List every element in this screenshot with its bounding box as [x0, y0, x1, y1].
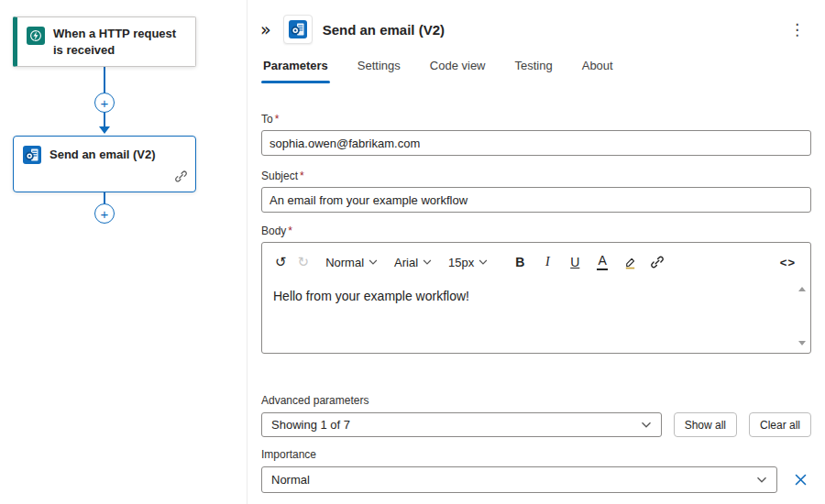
outlook-icon	[23, 146, 41, 164]
required-mark: *	[288, 225, 292, 237]
advanced-parameters-row: Showing 1 of 7 Show all Clear all	[261, 412, 811, 437]
action-title: Send an email (V2)	[50, 147, 156, 163]
font-color-icon: A	[597, 254, 608, 270]
label-text: Body	[261, 225, 286, 237]
outlook-icon	[289, 20, 307, 38]
label-text: Advanced parameters	[261, 394, 368, 407]
collapse-panel-icon[interactable]: »	[258, 19, 273, 40]
plus-icon: +	[101, 96, 109, 110]
importance-dropdown[interactable]: Normal	[261, 466, 777, 493]
paragraph-style-dropdown[interactable]: Normal	[320, 252, 383, 273]
underline-icon: U	[570, 255, 579, 269]
chevron-down-icon	[756, 477, 767, 483]
tab-parameters[interactable]: Parameters	[261, 53, 330, 83]
tab-label: Code view	[430, 59, 486, 72]
workflow-canvas[interactable]: When a HTTP request is received +	[0, 0, 248, 504]
body-editor-area[interactable]: Hello from your example workflow!	[262, 279, 810, 353]
action-card-send-email[interactable]: Send an email (V2)	[13, 136, 196, 192]
tab-label: Parameters	[263, 59, 328, 72]
highlight-button[interactable]	[616, 252, 644, 273]
subject-input[interactable]	[261, 187, 811, 213]
tab-settings[interactable]: Settings	[356, 53, 402, 83]
connection-link-icon	[174, 170, 188, 187]
italic-icon: I	[545, 255, 550, 269]
button-label: Show all	[685, 419, 726, 432]
button-label: Clear all	[760, 419, 800, 432]
rich-text-editor: ↺ ↻ Normal Arial 15px B I	[261, 242, 811, 354]
link-icon	[650, 255, 665, 269]
add-step-button[interactable]: +	[94, 203, 115, 224]
panel-header: » Send an email (V2) ⋮	[248, 0, 825, 49]
remove-importance-button[interactable]	[789, 469, 811, 491]
required-mark: *	[275, 113, 280, 126]
add-step-button[interactable]: +	[94, 93, 115, 113]
clear-all-button[interactable]: Clear all	[749, 412, 811, 437]
highlight-icon	[623, 256, 637, 269]
label-text: Importance	[261, 448, 316, 461]
tab-about[interactable]: About	[580, 53, 615, 83]
advanced-parameters-dropdown[interactable]: Showing 1 of 7	[261, 412, 662, 437]
tab-label: About	[582, 59, 613, 72]
bold-button[interactable]: B	[506, 251, 534, 273]
trigger-title: When a HTTP request is received	[53, 26, 186, 58]
redo-icon: ↻	[298, 256, 310, 269]
tab-testing[interactable]: Testing	[513, 53, 555, 83]
dropdown-value: Normal	[271, 473, 310, 487]
dropdown-value: Showing 1 of 7	[271, 418, 350, 432]
italic-button[interactable]: I	[534, 251, 561, 273]
body-label: Body*	[261, 225, 811, 237]
more-options-icon[interactable]: ⋮	[782, 20, 812, 38]
style-value: Normal	[325, 256, 364, 269]
body-text: Hello from your example workflow!	[273, 289, 469, 303]
panel-tabs: Parameters Settings Code view Testing Ab…	[248, 49, 825, 83]
undo-icon: ↺	[275, 256, 287, 269]
redo-button[interactable]: ↻	[292, 252, 315, 273]
subject-label: Subject*	[261, 170, 811, 182]
underline-button[interactable]: U	[561, 251, 588, 273]
code-view-icon: <>	[780, 256, 796, 269]
show-all-button[interactable]: Show all	[674, 412, 737, 437]
to-input[interactable]	[261, 130, 811, 156]
label-text: To	[261, 113, 273, 126]
chevron-down-icon	[423, 259, 432, 265]
scroll-up-icon[interactable]	[798, 287, 806, 291]
font-size-dropdown[interactable]: 15px	[443, 252, 493, 273]
undo-button[interactable]: ↺	[270, 252, 292, 273]
font-color-button[interactable]: A	[588, 250, 616, 274]
importance-row: Normal	[261, 466, 811, 493]
http-trigger-icon	[27, 27, 45, 45]
size-value: 15px	[448, 256, 474, 269]
trigger-card-http-request[interactable]: When a HTTP request is received	[13, 16, 196, 67]
chevron-down-icon	[478, 259, 488, 265]
to-label: To*	[261, 113, 811, 126]
importance-label: Importance	[261, 448, 811, 461]
bold-icon: B	[515, 255, 524, 269]
label-text: Subject	[261, 170, 298, 182]
font-family-dropdown[interactable]: Arial	[389, 252, 437, 273]
action-card-header: Send an email (V2)	[14, 137, 195, 164]
chevron-down-icon	[368, 259, 378, 265]
plus-icon: +	[101, 207, 109, 221]
editor-toolbar: ↺ ↻ Normal Arial 15px B I	[262, 243, 810, 279]
scroll-down-icon[interactable]	[798, 341, 806, 345]
tab-label: Testing	[515, 59, 553, 72]
tab-code-view[interactable]: Code view	[428, 53, 488, 83]
parameters-form: To* Subject* Body* ↺ ↻ Normal	[248, 83, 825, 493]
required-mark: *	[300, 170, 304, 182]
panel-title: Send an email (V2)	[323, 22, 445, 38]
action-details-panel: » Send an email (V2) ⋮ Parameters Settin…	[248, 0, 825, 504]
logic-app-designer: When a HTTP request is received +	[0, 0, 825, 504]
chevron-down-icon	[641, 422, 652, 428]
connector-arrow-icon	[99, 126, 110, 134]
font-value: Arial	[394, 256, 418, 269]
outlook-icon-box	[283, 15, 313, 44]
tab-label: Settings	[358, 59, 401, 72]
code-view-toggle-button[interactable]: <>	[775, 252, 801, 273]
advanced-parameters-label: Advanced parameters	[261, 394, 811, 407]
insert-link-button[interactable]	[644, 251, 671, 273]
close-icon	[794, 473, 808, 487]
